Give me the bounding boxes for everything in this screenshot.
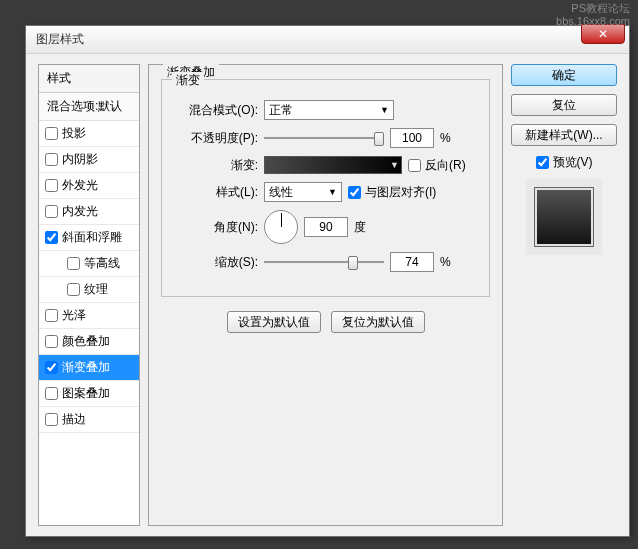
style-item[interactable]: 渐变叠加 [39, 355, 139, 381]
angle-label: 角度(N): [176, 219, 258, 236]
style-item[interactable]: 内发光 [39, 199, 139, 225]
style-item[interactable]: 描边 [39, 407, 139, 433]
opacity-label: 不透明度(P): [176, 130, 258, 147]
style-item-checkbox[interactable] [67, 257, 80, 270]
watermark-l1: PS教程论坛 [556, 2, 630, 15]
dialog-title: 图层样式 [36, 31, 84, 48]
style-item-checkbox[interactable] [45, 361, 58, 374]
style-item[interactable]: 投影 [39, 121, 139, 147]
style-item-checkbox[interactable] [45, 127, 58, 140]
blend-mode-row: 混合模式(O): 正常 ▼ [176, 100, 475, 120]
style-item-label: 纹理 [84, 281, 108, 298]
style-item[interactable]: 等高线 [39, 251, 139, 277]
ok-button[interactable]: 确定 [511, 64, 617, 86]
default-buttons-row: 设置为默认值 复位为默认值 [161, 311, 490, 333]
style-item-checkbox[interactable] [45, 387, 58, 400]
style-item-checkbox[interactable] [45, 413, 58, 426]
align-checkbox[interactable]: 与图层对齐(I) [348, 184, 436, 201]
scale-label: 缩放(S): [176, 254, 258, 271]
layer-style-dialog: 图层样式 ✕ 样式 混合选项:默认 投影内阴影外发光内发光斜面和浮雕等高线纹理光… [25, 25, 630, 537]
style-label: 样式(L): [176, 184, 258, 201]
preview-check-input[interactable] [536, 156, 549, 169]
style-value: 线性 [269, 184, 293, 201]
reset-default-button[interactable]: 复位为默认值 [331, 311, 425, 333]
style-item-label: 外发光 [62, 177, 98, 194]
new-style-button[interactable]: 新建样式(W)... [511, 124, 617, 146]
angle-row: 角度(N): 度 [176, 210, 475, 244]
chevron-down-icon: ▼ [380, 105, 389, 115]
gradient-overlay-panel: 渐变叠加 渐变 混合模式(O): 正常 ▼ 不透明度(P): % [148, 64, 503, 526]
style-row: 样式(L): 线性 ▼ 与图层对齐(I) [176, 182, 475, 202]
style-item-label: 投影 [62, 125, 86, 142]
gradient-picker[interactable]: ▼ [264, 156, 402, 174]
close-icon: ✕ [598, 27, 608, 41]
reverse-checkbox[interactable]: 反向(R) [408, 157, 466, 174]
slider-thumb[interactable] [374, 132, 384, 146]
style-item-label: 光泽 [62, 307, 86, 324]
style-item-label: 内阴影 [62, 151, 98, 168]
chevron-down-icon: ▼ [328, 187, 337, 197]
cancel-button[interactable]: 复位 [511, 94, 617, 116]
align-check-input[interactable] [348, 186, 361, 199]
percent-unit: % [440, 131, 451, 145]
blend-mode-label: 混合模式(O): [176, 102, 258, 119]
style-item-label: 颜色叠加 [62, 333, 110, 350]
dialog-body: 样式 混合选项:默认 投影内阴影外发光内发光斜面和浮雕等高线纹理光泽颜色叠加渐变… [26, 54, 629, 536]
slider-thumb[interactable] [348, 256, 358, 270]
fieldset-title: 渐变 [172, 72, 204, 89]
degree-unit: 度 [354, 219, 366, 236]
style-item-label: 渐变叠加 [62, 359, 110, 376]
style-select[interactable]: 线性 ▼ [264, 182, 342, 202]
chevron-down-icon: ▼ [390, 160, 399, 170]
watermark: PS教程论坛 bbs.16xx8.com [556, 2, 630, 28]
preview-checkbox[interactable]: 预览(V) [511, 154, 617, 171]
style-item[interactable]: 斜面和浮雕 [39, 225, 139, 251]
style-item[interactable]: 颜色叠加 [39, 329, 139, 355]
align-label: 与图层对齐(I) [365, 184, 436, 201]
titlebar[interactable]: 图层样式 ✕ [26, 26, 629, 54]
watermark-l2: bbs.16xx8.com [556, 15, 630, 28]
preview-swatch [534, 187, 594, 247]
blend-mode-value: 正常 [269, 102, 293, 119]
style-item-checkbox[interactable] [45, 309, 58, 322]
style-item[interactable]: 内阴影 [39, 147, 139, 173]
reverse-label: 反向(R) [425, 157, 466, 174]
angle-hand [281, 213, 282, 227]
style-item-checkbox[interactable] [45, 335, 58, 348]
scale-row: 缩放(S): % [176, 252, 475, 272]
style-item-checkbox[interactable] [45, 231, 58, 244]
style-item[interactable]: 光泽 [39, 303, 139, 329]
styles-header[interactable]: 样式 [39, 65, 139, 93]
style-item[interactable]: 图案叠加 [39, 381, 139, 407]
style-item-label: 等高线 [84, 255, 120, 272]
scale-slider[interactable] [264, 259, 384, 265]
set-default-button[interactable]: 设置为默认值 [227, 311, 321, 333]
angle-dial[interactable] [264, 210, 298, 244]
style-item[interactable]: 纹理 [39, 277, 139, 303]
right-panel: 确定 复位 新建样式(W)... 预览(V) [511, 64, 617, 526]
style-item-checkbox[interactable] [45, 179, 58, 192]
style-item-label: 描边 [62, 411, 86, 428]
style-item-label: 内发光 [62, 203, 98, 220]
style-item-checkbox[interactable] [45, 205, 58, 218]
gradient-label: 渐变: [176, 157, 258, 174]
reverse-check-input[interactable] [408, 159, 421, 172]
style-item[interactable]: 外发光 [39, 173, 139, 199]
styles-panel: 样式 混合选项:默认 投影内阴影外发光内发光斜面和浮雕等高线纹理光泽颜色叠加渐变… [38, 64, 140, 526]
scale-input[interactable] [390, 252, 434, 272]
preview-label: 预览(V) [553, 154, 593, 171]
opacity-slider[interactable] [264, 135, 384, 141]
opacity-input[interactable] [390, 128, 434, 148]
gradient-fieldset: 渐变 混合模式(O): 正常 ▼ 不透明度(P): % [161, 79, 490, 297]
style-item-checkbox[interactable] [45, 153, 58, 166]
angle-input[interactable] [304, 217, 348, 237]
blend-options-default[interactable]: 混合选项:默认 [39, 93, 139, 121]
gradient-row: 渐变: ▼ 反向(R) [176, 156, 475, 174]
style-item-label: 斜面和浮雕 [62, 229, 122, 246]
style-item-checkbox[interactable] [67, 283, 80, 296]
percent-unit: % [440, 255, 451, 269]
style-item-label: 图案叠加 [62, 385, 110, 402]
blend-mode-select[interactable]: 正常 ▼ [264, 100, 394, 120]
opacity-row: 不透明度(P): % [176, 128, 475, 148]
styles-list: 投影内阴影外发光内发光斜面和浮雕等高线纹理光泽颜色叠加渐变叠加图案叠加描边 [39, 121, 139, 433]
